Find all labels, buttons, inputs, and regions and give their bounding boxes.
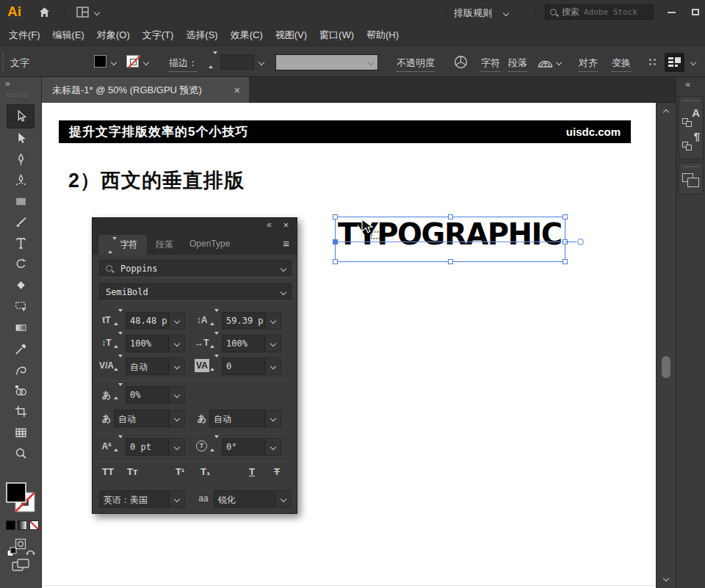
kerning-input[interactable]: 自动: [126, 357, 169, 375]
insert-space-left-dropdown[interactable]: 自动: [114, 410, 169, 427]
close-panel-icon[interactable]: ×: [283, 219, 289, 231]
leading-dropdown[interactable]: [265, 312, 281, 330]
character-styles-panel-icon[interactable]: A: [682, 106, 701, 125]
fill-chevron-icon[interactable]: [111, 59, 117, 65]
handle-top-right[interactable]: [563, 214, 568, 219]
minimize-button[interactable]: [659, 4, 683, 21]
transform-panel-link[interactable]: 变换: [612, 57, 631, 72]
menu-window[interactable]: 窗口(W): [319, 29, 354, 42]
more-options-icon[interactable]: [649, 59, 657, 66]
recolor-artwork-icon[interactable]: [454, 55, 468, 71]
font-size-input[interactable]: 48.48 p: [126, 312, 169, 330]
font-size-stepper[interactable]: [114, 312, 125, 330]
warp-chevron-icon[interactable]: [556, 59, 562, 65]
insert-space-left-chevron[interactable]: [169, 410, 185, 427]
kerning-stepper[interactable]: [114, 357, 125, 375]
baseline-shift-stepper[interactable]: [114, 438, 125, 456]
superscript-toggle[interactable]: T¹: [176, 466, 184, 477]
tracking-dropdown[interactable]: [265, 357, 281, 375]
paragraph-panel-link[interactable]: 段落: [508, 57, 527, 72]
language-dropdown[interactable]: 英语：美国: [99, 490, 169, 508]
menu-select[interactable]: 选择(S): [186, 29, 217, 42]
menu-object[interactable]: 对象(O): [97, 29, 130, 42]
zoom-tool[interactable]: [15, 447, 27, 460]
handle-top-left[interactable]: [333, 214, 338, 219]
menu-edit[interactable]: 编辑(E): [53, 29, 84, 42]
pen-tool[interactable]: [15, 153, 27, 166]
scrollbar-thumb[interactable]: [662, 356, 670, 378]
small-caps-toggle[interactable]: Tᴛ: [127, 466, 137, 477]
expand-dock-icon[interactable]: «: [685, 79, 690, 90]
tracking-stepper[interactable]: [210, 357, 221, 375]
drawing-mode-icon[interactable]: [15, 538, 26, 553]
stroke-panel-link[interactable]: 描边：: [169, 57, 198, 72]
strikethrough-toggle[interactable]: T: [274, 466, 280, 477]
font-family-dropdown[interactable]: Poppins: [99, 260, 292, 277]
blend-tool[interactable]: [15, 364, 27, 377]
eraser-tool[interactable]: [15, 279, 27, 291]
arrange-documents-icon[interactable]: [76, 7, 106, 18]
brush-definition-dropdown[interactable]: [275, 54, 378, 70]
fill-color-swatch[interactable]: [94, 55, 106, 68]
leading-input[interactable]: 59.39 p: [222, 312, 265, 330]
artboards-panel-icon[interactable]: [682, 173, 700, 189]
shaper-tool[interactable]: [15, 300, 27, 313]
workspace-switcher-button[interactable]: [665, 53, 684, 72]
character-rotation-input[interactable]: 0°: [222, 438, 265, 456]
none-button[interactable]: [29, 520, 39, 530]
menu-type[interactable]: 文字(T): [142, 29, 174, 42]
menu-view[interactable]: 视图(V): [275, 29, 307, 42]
shape-builder-tool[interactable]: [15, 385, 27, 397]
controlbar-drag-handle[interactable]: [2, 52, 5, 71]
stroke-weight-stepper[interactable]: [209, 54, 219, 70]
panel-menu-icon[interactable]: ≡: [283, 237, 289, 250]
paintbrush-tool[interactable]: [15, 216, 27, 228]
dock-drag-handle[interactable]: [684, 166, 698, 167]
ai-logo[interactable]: Ai: [7, 4, 21, 20]
all-caps-toggle[interactable]: TT: [102, 466, 114, 477]
kerning-dropdown[interactable]: [169, 357, 185, 375]
maximize-button[interactable]: [686, 4, 705, 21]
tab-opentype[interactable]: OpenType: [189, 239, 230, 249]
expand-panel-icon[interactable]: »: [5, 79, 10, 89]
anti-alias-chevron[interactable]: [275, 490, 292, 508]
screen-mode-icon[interactable]: [12, 558, 29, 576]
vertical-scale-stepper[interactable]: [114, 335, 125, 352]
eyedropper-tool[interactable]: [15, 343, 27, 355]
stroke-weight-chevron-icon[interactable]: [258, 59, 264, 65]
horizontal-scale-input[interactable]: 100%: [222, 335, 265, 352]
toolbar-drag-handle[interactable]: [7, 93, 27, 97]
language-chevron[interactable]: [169, 490, 185, 508]
tab-paragraph[interactable]: 段落: [156, 239, 173, 251]
perspective-grid-tool[interactable]: [15, 427, 27, 439]
selection-tool[interactable]: [15, 110, 27, 123]
handle-bottom-left[interactable]: [333, 259, 338, 264]
proportional-spacing-stepper[interactable]: [114, 386, 125, 404]
tracking-input[interactable]: 0: [222, 357, 265, 375]
direct-selection-tool[interactable]: [15, 132, 27, 145]
subscript-toggle[interactable]: T₁: [200, 466, 210, 477]
color-button[interactable]: [6, 520, 15, 530]
vertical-scale-dropdown[interactable]: [169, 335, 185, 352]
font-style-dropdown[interactable]: SemiBold: [99, 283, 292, 301]
insert-space-right-chevron[interactable]: [265, 410, 281, 427]
character-panel-link[interactable]: 字符: [481, 57, 500, 72]
stroke-color-swatch[interactable]: [126, 55, 139, 68]
rectangle-tool[interactable]: [15, 195, 27, 208]
menu-effect[interactable]: 效果(C): [231, 29, 263, 42]
baseline-shift-dropdown[interactable]: [169, 438, 185, 456]
baseline-shift-input[interactable]: 0 pt: [126, 438, 169, 456]
menu-help[interactable]: 帮助(H): [366, 29, 399, 42]
paragraph-styles-panel-icon[interactable]: ¶: [682, 129, 701, 148]
vertical-scale-input[interactable]: 100%: [126, 335, 169, 352]
align-panel-link[interactable]: 对齐: [579, 57, 598, 72]
document-tab[interactable]: 未标题-1* @ 50% (RGB/GPU 预览) ×: [42, 77, 249, 103]
handle-bottom-mid[interactable]: [448, 259, 453, 264]
rotate-tool[interactable]: [15, 258, 27, 270]
underline-toggle[interactable]: T: [249, 466, 255, 477]
horizontal-scale-stepper[interactable]: [210, 335, 221, 352]
workspace-ruleset-dropdown[interactable]: 排版规则: [454, 7, 508, 20]
character-panel-titlebar[interactable]: « ×: [93, 218, 297, 233]
curvature-tool[interactable]: [15, 174, 27, 186]
stroke-weight-field[interactable]: [220, 54, 254, 70]
